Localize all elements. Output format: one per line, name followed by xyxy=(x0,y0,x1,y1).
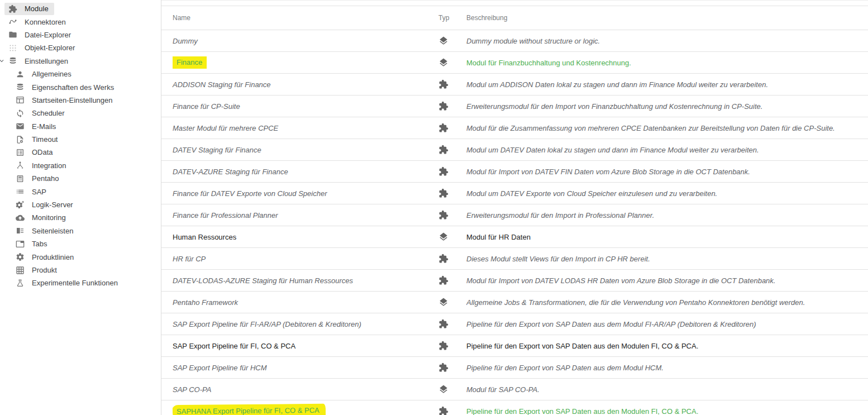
table-row-sap-export-pipeline-für-fi-ar-ap-debitoren-kreditoren[interactable]: SAP Export Pipeline für FI-AR/AP (Debito… xyxy=(161,313,868,335)
layers-icon xyxy=(438,384,449,394)
sidebar-item-label: Seitenleisten xyxy=(32,227,73,235)
flask-icon xyxy=(16,279,25,288)
module-name: Dummy xyxy=(173,37,198,45)
puzzle-icon xyxy=(438,210,449,220)
table-row-master-modul-für-mehrere-cpce[interactable]: Master Modul für mehrere CPCEModul für d… xyxy=(161,117,868,139)
layers-icon xyxy=(438,232,449,242)
sidebar-item-label: Produktlinien xyxy=(32,253,74,261)
cell-typ xyxy=(438,166,466,177)
table-row-sap-co-pa[interactable]: SAP CO-PAModul für SAP CO-PA. xyxy=(161,379,868,400)
cell-name: Master Modul für mehrere CPCE xyxy=(161,124,438,132)
sidebar-item-seitenleisten[interactable]: Seitenleisten xyxy=(0,225,161,237)
sidebar-item-produkt[interactable]: Produkt xyxy=(0,264,161,276)
sidebar-item-inner: Scheduler xyxy=(12,107,70,120)
module-description: Modul für HR Daten xyxy=(466,233,531,241)
sidebar-item-experimentelle-funktionen[interactable]: Experimentelle Funktionen xyxy=(0,276,161,289)
sidebar-item-monitoring[interactable]: Monitoring xyxy=(0,211,161,224)
sidebar-item-inner: E-Mails xyxy=(12,120,61,132)
sidebar-item-sap[interactable]: SAP xyxy=(0,185,161,198)
cell-typ xyxy=(438,384,466,394)
table-row-datev-lodas-azure-staging-für-human-ressources[interactable]: DATEV-LODAS-AZURE Staging für Human Ress… xyxy=(161,270,868,292)
sidebar-item-label: Module xyxy=(25,4,49,13)
sidebar-item-e-mails[interactable]: E-Mails xyxy=(0,120,161,133)
module-name: DATEV-AZURE Staging für Finance xyxy=(173,168,288,176)
connector-icon xyxy=(8,17,17,26)
table-row-hr-für-cp[interactable]: HR für CPDieses Modul stellt Views für d… xyxy=(161,248,868,270)
sidebar-item-label: Eigenschaften des Werks xyxy=(32,83,114,92)
table-row-sap-export-pipeline-für-hcm[interactable]: SAP Export Pipeline für HCMPipeline für … xyxy=(161,357,868,379)
sidebar-item-objekt-explorer[interactable]: Objekt-Explorer xyxy=(0,41,161,54)
sidebar-item-produktlinien[interactable]: Produktlinien xyxy=(0,250,161,263)
sidebar-item-einstellungen[interactable]: Einstellungen xyxy=(0,55,161,68)
module-description: Dummy module without structure or logic. xyxy=(466,37,600,45)
sidebar-item-tabs[interactable]: Tabs xyxy=(0,237,161,250)
cell-typ xyxy=(438,101,466,111)
cell-name: SAPHANA Export Pipeline für FI, CO & PCA xyxy=(161,404,438,415)
sidebar-item-inner: OData xyxy=(12,146,59,159)
table-row-datev-azure-staging-für-finance[interactable]: DATEV-AZURE Staging für FinanceModul für… xyxy=(161,161,868,183)
module-description: Pipeline für den Export von SAP Daten au… xyxy=(466,407,698,415)
sidebar-item-inner: Integration xyxy=(12,159,71,171)
sidebar-item-integration[interactable]: Integration xyxy=(0,159,161,172)
grid-dots-icon xyxy=(8,44,17,53)
sidebar-item-eigenschaften-des-werks[interactable]: Eigenschaften des Werks xyxy=(0,80,161,93)
cell-beschreibung: Pipeline für den Export von SAP Daten au… xyxy=(466,407,868,415)
cell-beschreibung: Pipeline für den Export von SAP Daten au… xyxy=(466,364,868,372)
split-view-icon xyxy=(16,226,25,235)
sidebar-item-label: Einstellungen xyxy=(25,57,68,65)
sidebar-item-odata[interactable]: OData xyxy=(0,146,161,159)
cell-typ xyxy=(438,406,466,415)
sidebar-item-inner: Seitenleisten xyxy=(12,225,79,237)
table-row-sap-export-pipeline-für-fi-co-pca[interactable]: SAP Export Pipeline für FI, CO & PCAPipe… xyxy=(161,335,868,357)
expander[interactable] xyxy=(0,57,6,65)
module-description: Modul um DATEV Exporte von Cloud Speiche… xyxy=(466,189,717,198)
sidebar-item-datei-explorer[interactable]: Datei-Explorer xyxy=(0,28,161,41)
table-row-finance-für-datev-exporte-von-cloud-speicher[interactable]: Finance für DATEV Exporte von Cloud Spei… xyxy=(161,183,868,204)
module-name: Pentaho Framework xyxy=(173,298,238,307)
sidebar-item-inner: Timeout xyxy=(12,133,63,146)
table-row-addison-staging-für-finance[interactable]: ADDISON Staging für FinanceModul um ADDI… xyxy=(161,74,868,96)
sidebar-item-allgemeines[interactable]: Allgemeines xyxy=(0,68,161,80)
table-row-saphana-export-pipeline-für-fi-co-pca[interactable]: SAPHANA Export Pipeline für FI, CO & PCA… xyxy=(161,400,868,415)
table-row-human-ressources[interactable]: Human RessourcesModul für HR Daten xyxy=(161,226,868,248)
cell-name: Dummy xyxy=(161,37,438,45)
module-name: Finance xyxy=(173,56,207,69)
puzzle-icon xyxy=(438,188,449,198)
cell-beschreibung: Pipeline für den Export von SAP Daten au… xyxy=(466,320,868,328)
module-name: ADDISON Staging für Finance xyxy=(173,80,271,89)
list-icon xyxy=(16,187,25,196)
file-gear-icon xyxy=(16,135,25,144)
cell-typ xyxy=(438,58,466,68)
puzzle-icon xyxy=(438,166,449,177)
module-description: Dieses Modul stellt Views für den Import… xyxy=(466,255,650,263)
cell-beschreibung: Erweiterungsmodul für den Import in Prof… xyxy=(466,211,868,220)
cell-beschreibung: Dummy module without structure or logic. xyxy=(466,37,868,45)
gear-plus-icon xyxy=(16,201,25,209)
table-row-dummy[interactable]: DummyDummy module without structure or l… xyxy=(161,30,868,52)
sidebar-item-scheduler[interactable]: Scheduler xyxy=(0,107,161,120)
table-icon xyxy=(16,96,25,104)
cell-beschreibung: Dieses Modul stellt Views für den Import… xyxy=(466,255,868,263)
table-row-datev-staging-für-finance[interactable]: DATEV Staging für FinanceModul um DATEV … xyxy=(161,139,868,161)
puzzle-icon xyxy=(438,79,449,89)
tab-icon xyxy=(16,240,25,249)
sidebar-item-label: Monitoring xyxy=(32,213,66,222)
cell-name: DATEV-AZURE Staging für Finance xyxy=(161,168,438,176)
sidebar-item-timeout[interactable]: Timeout xyxy=(0,133,161,146)
table-row-finance[interactable]: FinanceModul für Finanzbuchhaltung und K… xyxy=(161,52,868,74)
sidebar-item-label: Timeout xyxy=(32,135,58,144)
calculator-icon xyxy=(16,174,25,183)
sidebar-item-pentaho[interactable]: Pentaho xyxy=(0,172,161,185)
app-window: ModuleKonnektorenDatei-ExplorerObjekt-Ex… xyxy=(0,0,868,415)
sidebar-item-label: Tabs xyxy=(32,240,47,248)
sidebar-item-startseiten-einstellungen[interactable]: Startseiten-Einstellungen xyxy=(0,94,161,107)
sidebar-item-konnektoren[interactable]: Konnektoren xyxy=(0,15,161,28)
cell-typ xyxy=(438,254,466,264)
sidebar-item-inner: Startseiten-Einstellungen xyxy=(12,94,118,106)
cell-name: SAP Export Pipeline für FI-AR/AP (Debito… xyxy=(161,320,438,328)
table-row-finance-für-professional-planner[interactable]: Finance für Professional PlannerErweiter… xyxy=(161,204,868,226)
sidebar-item-module[interactable]: Module xyxy=(0,2,161,15)
table-row-pentaho-framework[interactable]: Pentaho FrameworkAllgemeine Jobs & Trans… xyxy=(161,292,868,313)
table-row-finance-für-cp-suite[interactable]: Finance für CP-SuiteErweiterungsmodul fü… xyxy=(161,96,868,117)
sidebar-item-logik-server[interactable]: Logik-Server xyxy=(0,198,161,211)
